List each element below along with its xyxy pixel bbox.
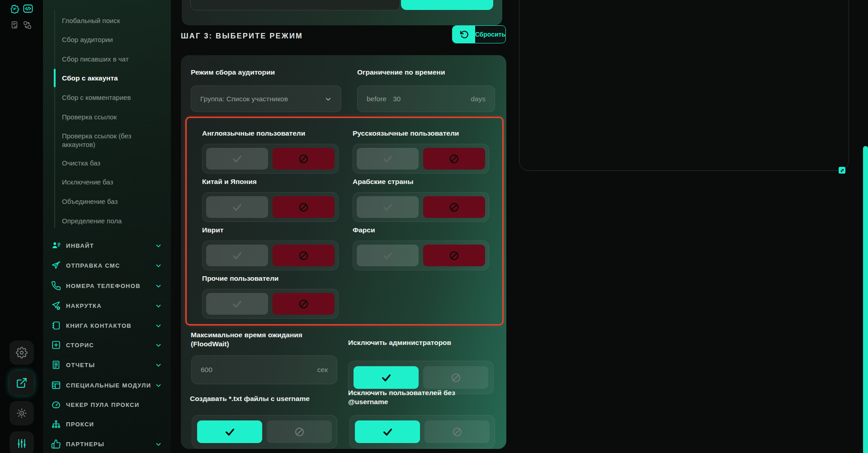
chevron-down-icon — [155, 242, 162, 249]
sidebar-item-comments-collect[interactable]: Сбор с комментариев — [62, 93, 164, 102]
user-invite-icon — [51, 241, 61, 250]
disable-button[interactable] — [267, 420, 332, 443]
reset-button[interactable]: Сбросить — [452, 25, 506, 43]
contacts-book-icon — [51, 321, 61, 330]
previous-step-card — [182, 0, 502, 25]
sidebar-item-account-collect[interactable]: Сбор с аккаунта — [62, 74, 164, 82]
code-window-icon[interactable] — [22, 3, 34, 14]
sidebar-item-db-clean[interactable]: Очистка баз — [62, 159, 164, 167]
enable-button[interactable] — [355, 420, 420, 443]
sidebar-section-proxy[interactable]: ПРОКСИ — [51, 419, 162, 429]
ban-icon — [450, 372, 462, 383]
settings-button[interactable] — [9, 340, 34, 365]
sidebar-section-proxy-checker[interactable]: ЧЕКЕР ПУЛА ПРОКСИ — [51, 399, 162, 410]
check-icon — [231, 298, 243, 310]
mode-select[interactable]: Группа: Список участников — [191, 85, 341, 112]
farsi-toggle — [353, 241, 489, 270]
sidebar-section-phone-numbers[interactable]: НОМЕРА ТЕЛЕФОНОВ — [51, 280, 162, 291]
block-button[interactable] — [273, 196, 335, 218]
previous-step-input[interactable] — [190, 0, 400, 10]
icon-rail — [0, 0, 43, 453]
allow-button[interactable] — [357, 196, 419, 218]
sidebar-item-global-search[interactable]: Глобальный поиск — [62, 16, 164, 25]
plus-square-icon — [51, 340, 61, 350]
previous-step-action-button[interactable] — [401, 0, 493, 10]
sidebar-section-invite[interactable]: ИНВАЙТ — [51, 240, 162, 251]
resize-icon — [840, 168, 844, 173]
sidebar-section-partners[interactable]: ПАРТНЕРЫ — [51, 439, 162, 449]
sidebar-section-reports[interactable]: ОТЧЕТЫ — [51, 359, 162, 370]
filter-cell-russian: Русскоязычные пользователи — [353, 129, 489, 174]
thumbs-up-icon — [51, 439, 61, 449]
chevron-down-icon — [155, 342, 162, 349]
panel-resize-handle[interactable] — [839, 167, 845, 174]
sidebar-item-chat-writers[interactable]: Сбор писавших в чат — [62, 55, 164, 63]
ban-icon — [294, 426, 305, 438]
block-button[interactable] — [423, 196, 485, 218]
block-button[interactable] — [273, 148, 335, 170]
exclude-admins-label: Исключить администраторов — [348, 338, 451, 347]
active-item-indicator — [54, 69, 56, 87]
ban-icon — [452, 426, 463, 438]
txt-files-toggle — [192, 415, 337, 448]
check-icon — [382, 202, 393, 213]
block-button[interactable] — [423, 148, 485, 170]
disable-button[interactable] — [423, 366, 488, 389]
gauge-icon — [51, 400, 61, 410]
swap-modules-icon[interactable] — [23, 20, 32, 30]
allow-button[interactable] — [206, 293, 268, 315]
sidebar-item-audience-collect[interactable]: Сбор аудитории — [62, 35, 164, 44]
china-japan-toggle — [202, 192, 339, 222]
sidebar-item-link-check[interactable]: Проверка ссылок — [62, 113, 164, 121]
sidebar-item-db-merge[interactable]: Объединение баз — [62, 197, 164, 206]
block-button[interactable] — [273, 293, 335, 315]
allow-button[interactable] — [357, 148, 419, 170]
chevron-down-icon — [155, 322, 162, 329]
enable-button[interactable] — [197, 420, 262, 443]
filter-cell-china-japan: Китай и Япония — [202, 177, 339, 222]
filter-cell-farsi: Фарси — [353, 226, 489, 270]
window-scrollbar[interactable] — [863, 146, 868, 453]
step3-card: Режим сбора аудитории Группа: Список уча… — [181, 55, 506, 449]
clipboard-check-icon[interactable] — [10, 20, 19, 30]
time-limit-input[interactable]: before 30 days — [357, 85, 495, 112]
filters-sliders-button[interactable] — [9, 431, 34, 453]
sidebar-section-sms[interactable]: ОТПРАВКА СМС — [51, 260, 162, 271]
enable-button[interactable] — [354, 366, 419, 389]
sidebar-item-db-exclude[interactable]: Исключение баз — [62, 178, 164, 186]
sidebar-section-stories[interactable]: СТОРИС — [51, 340, 162, 350]
sidebar-section-special-modules[interactable]: СПЕЦИАЛЬНЫЕ МОДУЛИ — [51, 380, 162, 391]
sidebar-item-gender-detect[interactable]: Определение пола — [62, 217, 164, 225]
modules-table-icon — [51, 380, 61, 390]
chevron-down-icon — [155, 362, 162, 368]
submenu-divider — [54, 10, 55, 228]
filter-cell-english: Англоязычные пользователи — [202, 129, 339, 174]
ban-icon — [448, 250, 460, 261]
floodwait-input[interactable]: 600 сек — [191, 355, 337, 384]
mode-select-label: Режим сбора аудитории — [191, 68, 275, 77]
settings-gear-icon[interactable] — [10, 4, 19, 14]
allow-button[interactable] — [357, 245, 419, 266]
arabic-countries-toggle — [353, 192, 489, 222]
check-icon — [382, 426, 393, 438]
sidebar-section-boosting[interactable]: НАКРУТКА — [51, 300, 162, 311]
sidebar-item-link-check-noacc[interactable]: Проверка ссылок (без аккаунтов) — [62, 132, 155, 149]
sidebar: Глобальный поиск Сбор аудитории Сбор пис… — [43, 0, 171, 453]
theme-brightness-button[interactable] — [9, 401, 34, 425]
allow-button[interactable] — [206, 245, 268, 266]
sidebar-section-contacts-book[interactable]: КНИГА КОНТАКТОВ — [51, 320, 162, 331]
check-icon — [231, 153, 243, 165]
open-external-button[interactable] — [9, 371, 34, 395]
hebrew-toggle — [202, 241, 339, 270]
english-users-toggle — [202, 144, 339, 174]
ban-icon — [298, 153, 309, 165]
disable-button[interactable] — [425, 420, 490, 443]
exclude-no-username-toggle — [349, 415, 495, 448]
allow-button[interactable] — [206, 196, 268, 218]
block-button[interactable] — [273, 245, 335, 266]
filter-cell-arabic: Арабские страны — [353, 177, 489, 222]
allow-button[interactable] — [206, 148, 268, 170]
reset-rotate-icon — [453, 26, 475, 43]
chevron-down-icon — [155, 441, 162, 448]
block-button[interactable] — [423, 245, 485, 266]
